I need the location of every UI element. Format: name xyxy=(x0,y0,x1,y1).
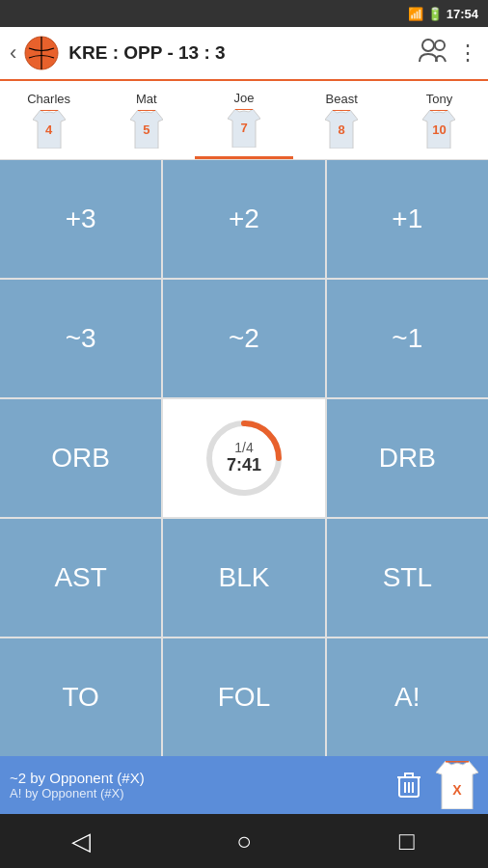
people-button[interactable] xyxy=(419,38,447,68)
player-jersey: 10 xyxy=(422,110,455,149)
player-tab-beast[interactable]: Beast 8 xyxy=(293,81,391,159)
header: ‹ KRE : OPP - 13 : 3 ⋮ xyxy=(0,27,488,81)
player-jersey: 4 xyxy=(33,110,66,149)
grid-cell-4-0[interactable]: TO xyxy=(0,638,161,756)
cell-label: DRB xyxy=(379,443,436,474)
more-button[interactable]: ⋮ xyxy=(457,41,478,66)
grid-cell-4-2[interactable]: A! xyxy=(327,638,488,756)
nav-home-button[interactable]: ○ xyxy=(215,820,273,862)
status-bar: 📶 🔋 17:54 xyxy=(0,0,488,27)
grid-cell-0-2[interactable]: +1 xyxy=(327,160,488,278)
nav-recent-button[interactable]: □ xyxy=(378,820,436,862)
nav-back-button[interactable]: ◁ xyxy=(52,820,110,862)
nav-bar: ◁ ○ □ xyxy=(0,814,488,868)
grid-cell-3-1[interactable]: BLK xyxy=(163,519,324,637)
notification-sub: A! by Opponent (#X) xyxy=(10,786,390,800)
grid-row-4: TOFOLA! xyxy=(0,638,488,756)
grid-row-0: +3+2+1 xyxy=(0,160,488,278)
basketball-icon xyxy=(24,36,59,70)
header-actions: ⋮ xyxy=(419,38,478,68)
grid-cell-0-0[interactable]: +3 xyxy=(0,160,161,278)
notification-text: ~2 by Opponent (#X) A! by Opponent (#X) xyxy=(10,770,390,800)
cell-label: TO xyxy=(62,682,98,713)
grid-cell-2-2[interactable]: DRB xyxy=(327,399,488,517)
player-jersey: 8 xyxy=(325,110,358,149)
status-icons: 📶 🔋 17:54 xyxy=(408,7,478,21)
player-tab-charles[interactable]: Charles 4 xyxy=(0,81,97,159)
grid-cell-3-2[interactable]: STL xyxy=(327,519,488,637)
grid-cell-0-1[interactable]: +2 xyxy=(163,160,324,278)
grid-row-1: ~3~2~1 xyxy=(0,280,488,397)
main-grid: +3+2+1~3~2~1ORB 1/4 7:41 DRBASTBLKSTLTOF… xyxy=(0,160,488,756)
grid-row-2: ORB 1/4 7:41 DRB xyxy=(0,399,488,517)
player-name: Tony xyxy=(426,92,452,106)
cell-label: ORB xyxy=(51,443,110,474)
cell-label: ~3 xyxy=(66,323,96,354)
timer-quarter: 1/4 xyxy=(234,440,253,455)
player-name: Joe xyxy=(234,91,255,105)
notification-delete-button[interactable] xyxy=(390,766,428,804)
grid-cell-2-1[interactable]: 1/4 7:41 xyxy=(163,399,324,517)
timer-container: 1/4 7:41 xyxy=(205,420,283,497)
svg-point-1 xyxy=(422,40,434,51)
player-jersey: 7 xyxy=(228,109,260,148)
cell-label: A! xyxy=(394,682,420,713)
cell-label: +3 xyxy=(66,203,96,234)
notification-jersey: X xyxy=(436,761,478,809)
cell-label: ~1 xyxy=(392,323,422,354)
player-tabs: Charles 4 Mat 5 Joe 7 Beast 8 Tony 10 xyxy=(0,81,488,160)
notification-main: ~2 by Opponent (#X) xyxy=(10,770,390,786)
svg-point-2 xyxy=(435,41,445,50)
battery-icon: 🔋 xyxy=(427,7,443,21)
player-tab-joe[interactable]: Joe 7 xyxy=(195,81,292,159)
grid-cell-1-2[interactable]: ~1 xyxy=(327,280,488,397)
player-tab-mat[interactable]: Mat 5 xyxy=(97,81,195,159)
player-name: Mat xyxy=(136,92,157,106)
player-tab-tony[interactable]: Tony 10 xyxy=(391,81,488,159)
notification-bar: ~2 by Opponent (#X) A! by Opponent (#X) … xyxy=(0,756,488,814)
grid-cell-3-0[interactable]: AST xyxy=(0,519,161,637)
back-button[interactable]: ‹ xyxy=(10,41,16,66)
cell-label: +2 xyxy=(229,203,259,234)
svg-text:X: X xyxy=(452,782,462,798)
grid-cell-1-1[interactable]: ~2 xyxy=(163,280,324,397)
timer-time: 7:41 xyxy=(227,455,261,476)
time-display: 17:54 xyxy=(447,7,478,21)
cell-label: ~2 xyxy=(229,323,259,354)
header-title: KRE : OPP - 13 : 3 xyxy=(68,42,419,64)
player-name: Charles xyxy=(27,92,70,106)
cell-label: FOL xyxy=(218,682,270,713)
cell-label: +1 xyxy=(392,203,422,234)
cell-label: STL xyxy=(383,562,432,593)
grid-cell-1-0[interactable]: ~3 xyxy=(0,280,161,397)
grid-row-3: ASTBLKSTL xyxy=(0,519,488,637)
cell-label: AST xyxy=(54,562,106,593)
grid-cell-2-0[interactable]: ORB xyxy=(0,399,161,517)
grid-cell-4-1[interactable]: FOL xyxy=(163,638,324,756)
cell-label: BLK xyxy=(219,562,270,593)
player-name: Beast xyxy=(326,92,358,106)
player-jersey: 5 xyxy=(130,110,163,149)
signal-icon: 📶 xyxy=(408,7,423,21)
